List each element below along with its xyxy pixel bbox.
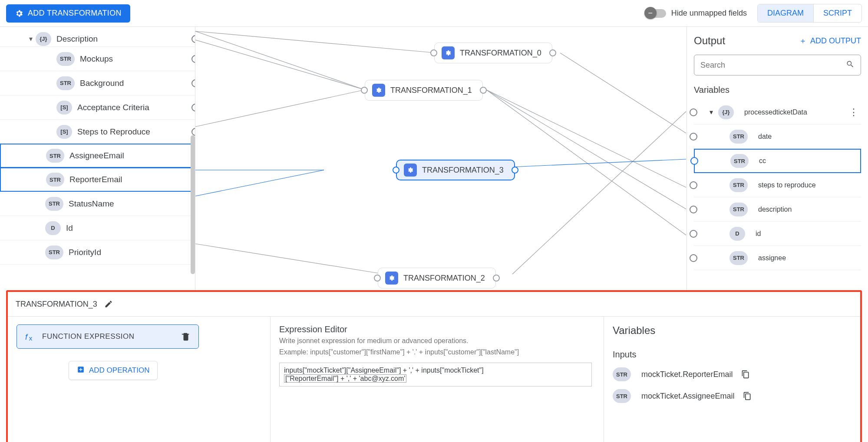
transformation-node-selected[interactable]: TRANSFORMATION_3 [396,160,515,180]
transformation-node[interactable]: TRANSFORMATION_0 [434,43,552,63]
expression-heading: Expression Editor [279,324,595,334]
output-row[interactable]: Did [694,222,861,246]
copy-icon[interactable] [741,370,750,379]
output-port[interactable] [191,79,195,87]
var-row: STR mockTicket.ReporterEmail [613,367,851,381]
output-row[interactable]: STRdescription [694,197,861,222]
tree-row[interactable]: [S] Acceptance Criteria [0,95,195,120]
svg-line-11 [195,170,324,196]
input-port[interactable] [690,133,697,141]
input-port[interactable] [361,87,368,94]
function-expression-chip[interactable]: fx FUNCTION EXPRESSION [17,324,199,349]
svg-line-8 [560,53,686,133]
type-badge: [S] [56,125,72,139]
field-label: steps to reproduce [758,181,816,189]
inputs-subheading: Inputs [613,350,851,360]
node-label: TRANSFORMATION_1 [390,86,472,95]
caret-down-icon[interactable]: ▾ [710,108,713,116]
input-port[interactable] [690,108,697,116]
transformation-node[interactable]: TRANSFORMATION_1 [365,80,483,101]
tree-row[interactable]: STR ReporterEmail [0,167,195,192]
search-input[interactable] [700,61,842,70]
tree-row[interactable]: D Id [0,216,195,240]
field-label: description [758,206,792,213]
canvas[interactable]: TRANSFORMATION_0 TRANSFORMATION_1 TRANSF… [195,27,686,290]
caret-down-icon[interactable]: ▾ [26,35,36,43]
output-port[interactable] [191,104,195,111]
kebab-icon[interactable]: ⋮ [849,107,861,118]
output-panel: Output ＋ ADD OUTPUT Variables ▾ {J} proc… [686,27,868,290]
expression-subtext: Write jsonnet expression for medium or a… [279,336,595,346]
output-row[interactable]: STRdate [694,124,861,149]
tree-row[interactable]: STR AssigneeEmail [0,144,195,168]
svg-line-4 [195,244,384,274]
type-badge: {J} [718,105,734,119]
hide-unmapped-toggle[interactable]: − Hide unmapped fields [646,9,747,18]
svg-line-9 [512,111,686,274]
svg-line-1 [195,31,365,90]
node-label: TRANSFORMATION_2 [403,274,485,283]
field-label: cc [759,157,766,165]
type-badge: STR [730,154,749,168]
function-expression-label: FUNCTION EXPRESSION [42,332,175,341]
right-tools: − Hide unmapped fields DIAGRAM SCRIPT [646,4,862,23]
output-port[interactable] [549,49,556,56]
output-port[interactable] [512,167,518,174]
field-label: StatusName [69,199,114,209]
add-operation-button[interactable]: ADD OPERATION [69,361,158,380]
svg-line-7 [486,90,686,235]
output-row[interactable]: STRcc [694,149,861,173]
input-port[interactable] [690,206,697,213]
input-tree-panel: ▾ {J} Description STR Mockups STR Backgr… [0,27,195,290]
tab-diagram[interactable]: DIAGRAM [758,4,814,22]
type-badge: STR [56,52,75,66]
gear-icon [404,164,417,177]
input-port[interactable] [374,275,381,282]
output-port[interactable] [493,275,500,282]
add-output-button[interactable]: ＋ ADD OUTPUT [799,36,861,46]
type-badge: STR [729,251,748,265]
output-port[interactable] [191,128,195,136]
tree-row[interactable]: STR Mockups [0,47,195,71]
trash-icon[interactable] [181,332,191,341]
node-label: TRANSFORMATION_0 [460,49,541,58]
pencil-icon[interactable] [104,300,113,308]
input-port[interactable] [690,230,697,238]
input-port[interactable] [430,49,437,56]
input-port[interactable] [690,254,697,262]
tree-row[interactable]: ▾ {J} Description [0,31,195,47]
output-search[interactable] [694,55,861,75]
input-port[interactable] [393,167,399,174]
gear-icon [442,46,455,59]
expression-textarea[interactable]: inputs["mockTicket"]["AssigneeEmail"] + … [279,363,592,386]
field-label: ReporterEmail [69,175,122,184]
tree-row[interactable]: STR PriorityId [0,240,195,265]
output-root-row[interactable]: ▾ {J} processedticketData ⋮ [694,100,861,124]
output-row[interactable]: STRsteps to reproduce [694,173,861,197]
type-badge: [S] [56,101,72,115]
type-badge: STR [613,389,631,403]
tree-row[interactable]: STR Background [0,71,195,95]
output-row[interactable]: STRassignee [694,246,861,270]
edge-layer [195,27,686,290]
field-label: Id [66,223,73,233]
search-icon [846,60,855,70]
field-label: Description [56,34,98,44]
tree-row[interactable]: STR StatusName [0,192,195,216]
input-port[interactable] [690,181,697,189]
add-transformation-button[interactable]: ADD TRANSFORMATION [6,4,130,23]
scrollbar[interactable] [191,135,195,274]
output-port[interactable] [480,87,487,94]
output-port[interactable] [191,55,195,63]
output-port[interactable] [191,35,195,43]
tab-script[interactable]: SCRIPT [814,4,861,22]
gear-icon [385,272,398,285]
copy-icon[interactable] [743,392,752,400]
vars-heading: Variables [613,324,851,337]
add-output-label: ADD OUTPUT [810,36,861,46]
svg-line-6 [486,90,686,209]
var-label: mockTicket.AssigneeEmail [641,392,734,401]
tree-row[interactable]: [S] Steps to Reproduce [0,120,195,144]
input-port[interactable] [690,157,698,165]
transformation-node[interactable]: TRANSFORMATION_2 [378,268,496,288]
